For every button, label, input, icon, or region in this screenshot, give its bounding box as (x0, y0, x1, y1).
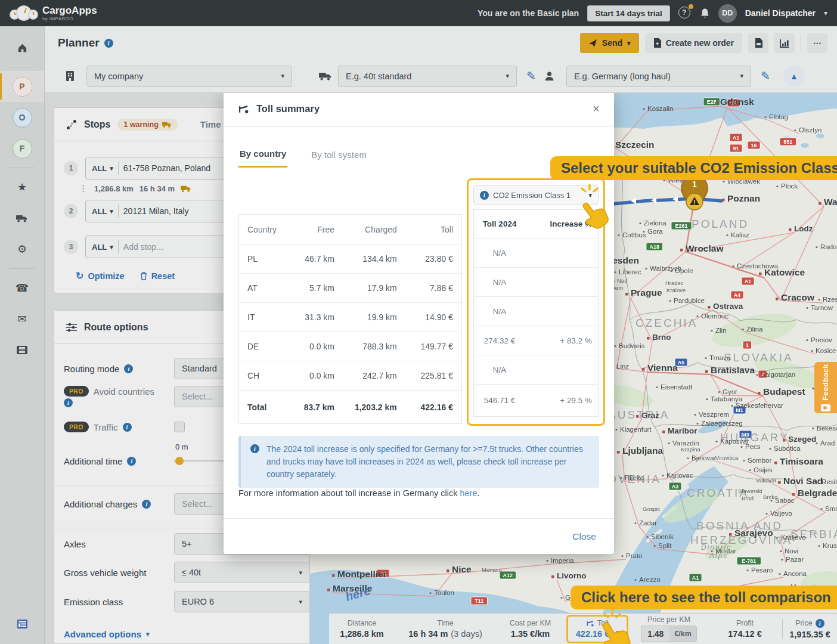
sidebar-item-messages[interactable]: ✉ (0, 304, 44, 335)
map-label: Szekesfehervar (736, 402, 783, 409)
stop-mode-select[interactable]: ALL▾ (92, 207, 113, 216)
sliders-icon (66, 323, 77, 332)
drag-handle-icon[interactable]: ⋮ (79, 184, 88, 193)
map-label: Rzeszow (823, 296, 837, 303)
sidebar-item-phone[interactable]: ☎ (0, 273, 44, 304)
advanced-options-link[interactable]: Advanced options▾ (64, 629, 150, 639)
sidebar-item-videos[interactable] (0, 335, 44, 366)
co2-row: 274.32 €+ 83.2 % (474, 326, 599, 355)
sidebar-item-orders[interactable]: O (0, 102, 44, 133)
left-rail: POF★⚙☎✉ (0, 26, 45, 644)
additional-time-info-icon[interactable] (127, 457, 136, 466)
sidebar-item-vehicles[interactable] (0, 203, 44, 234)
map-label: Radom (820, 243, 837, 250)
stop-address-input[interactable]: 20121 Milan, Italy (123, 206, 189, 216)
warning-badge[interactable]: 1 warning (117, 119, 177, 131)
co2-total-row: 546.71 €+ 29.5 % (474, 385, 599, 417)
user-menu-chevron-icon[interactable]: ▾ (824, 9, 827, 17)
additional-charges-info-icon[interactable] (142, 500, 151, 509)
map-label: Ancona (783, 570, 807, 577)
co2-emission-class-select[interactable]: CO2 Emission Class 1 ▾ (473, 185, 599, 205)
close-icon[interactable]: × (593, 102, 600, 116)
pro-badge: PRO (64, 422, 89, 432)
avoid-countries-info-icon[interactable] (64, 398, 73, 407)
tab-by-country[interactable]: By country (238, 148, 287, 168)
map-label: Gyor (723, 388, 737, 395)
start-trial-button[interactable]: Start 14 days trial (587, 5, 670, 21)
company-select[interactable]: My company▾ (86, 66, 292, 87)
bell-icon[interactable] (700, 8, 710, 19)
stop-mode-select[interactable]: ALL▾ (92, 243, 113, 252)
add-stop-input[interactable]: Add stop... (123, 242, 163, 252)
map-label: Zalaegerszeg (701, 420, 743, 427)
here-link[interactable]: here (460, 488, 478, 498)
traffic-info-icon[interactable] (123, 423, 132, 432)
driver-icon[interactable] (544, 71, 554, 81)
gross-vehicle-weight-select[interactable]: ≤ 40t▾ (174, 562, 310, 583)
send-button[interactable]: Send▾ (580, 33, 639, 53)
price-info-icon[interactable] (816, 619, 824, 628)
map-label: Bratislava (711, 365, 755, 375)
emission-class-select[interactable]: EURO 6▾ (174, 591, 310, 612)
sidebar-item-home[interactable] (0, 32, 44, 63)
collapse-panel-button[interactable]: ▲ (783, 66, 805, 87)
feedback-tab[interactable]: Feedback (814, 362, 837, 413)
additional-time-label: Additional time (64, 456, 122, 466)
close-button[interactable]: Close (572, 531, 596, 542)
create-new-order-button[interactable]: Create new order (645, 33, 742, 53)
edit-vehicle-icon[interactable]: ✎ (526, 69, 536, 83)
sidebar-item-settings[interactable]: ⚙ (0, 234, 44, 265)
slider-handle[interactable] (175, 457, 184, 465)
page-title: Planner (58, 36, 100, 49)
summary-price_per_km[interactable]: Price per KM1.48€/km (630, 614, 708, 644)
reset-button[interactable]: Reset (140, 270, 175, 281)
map-label: Virovitica (715, 454, 739, 461)
svg-text:1: 1 (746, 342, 749, 348)
cost-profile-select[interactable]: E.g. Germany (long haul)▾ (566, 66, 751, 87)
stop-address-input[interactable]: 61-758 Poznan, Poland (123, 163, 210, 173)
map-label: Koszalin (647, 105, 673, 112)
avatar[interactable]: DD (718, 4, 737, 23)
routing-mode-info-icon[interactable] (124, 364, 133, 373)
user-name[interactable]: Daniel Dispatcher (745, 8, 816, 18)
home-icon (17, 42, 28, 54)
more-actions-button[interactable]: ⋯ (807, 33, 827, 53)
content-area: Planner Send▾ Create new order ⋯ (45, 26, 837, 644)
stop-mode-select[interactable]: ALL▾ (92, 164, 113, 173)
vehicle-select[interactable]: E.g. 40t standard▾ (338, 66, 517, 87)
truck-icon (16, 214, 28, 223)
traffic-checkbox[interactable] (174, 422, 185, 432)
summary-distance: Distance1,286.8 km (329, 614, 395, 644)
route-options-title: Route options (84, 322, 148, 333)
sidebar-item-planner[interactable]: P (0, 71, 44, 102)
page-header: Planner Send▾ Create new order ⋯ (45, 26, 837, 60)
star-icon: ★ (17, 182, 27, 193)
edit-cost-profile-icon[interactable]: ✎ (761, 69, 770, 83)
map-label: Kraljevo (781, 534, 806, 541)
map-label: Szeged (788, 435, 816, 444)
map-label: Katowice (764, 267, 805, 277)
export-pdf-button[interactable] (748, 33, 768, 53)
map-label: Zilina (746, 326, 763, 333)
price-per-km-input[interactable]: 1.48€/km (641, 626, 697, 642)
toll-row: CH0.0 km242.7 km225.81 € (239, 361, 462, 391)
callout-co2: Select your suitable CO2 Emission Class (550, 156, 837, 180)
map-label: Arezzo (639, 576, 661, 583)
optimize-button[interactable]: ↻Optimize (76, 270, 125, 281)
tab-by-toll-system[interactable]: By toll system (310, 148, 368, 168)
statistics-button[interactable] (774, 33, 795, 53)
sidebar-item-favorites[interactable]: ★ (0, 172, 44, 203)
map-label: Budweis (619, 342, 645, 349)
toll-value[interactable]: 422.16 € (576, 629, 609, 639)
summary-toll[interactable]: Toll422.16 € (566, 615, 628, 643)
map-label: AUSTRIA (608, 408, 669, 421)
co2-info-icon[interactable] (480, 191, 489, 200)
planner-info-icon[interactable] (104, 39, 113, 48)
sidebar-item-fleet[interactable]: F (0, 133, 44, 164)
sidebar-item-whats-new[interactable] (0, 608, 44, 639)
map-label: Brod (742, 495, 754, 501)
map-label: Poznan (727, 193, 760, 203)
map-label: Sibenik (651, 533, 674, 540)
help-button[interactable] (678, 7, 692, 20)
toll-increase-note: The 2024 toll increase is only specified… (238, 436, 599, 488)
